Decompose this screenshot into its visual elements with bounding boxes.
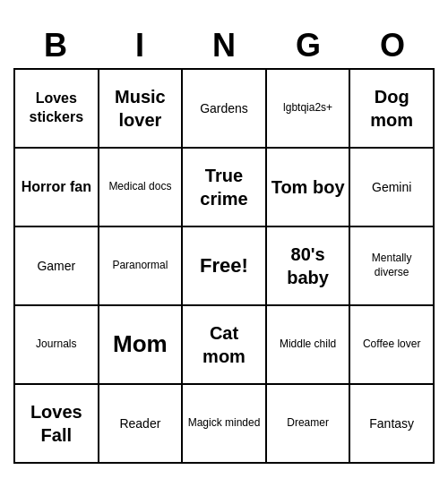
- bingo-cell-8: Tom boy: [267, 149, 351, 227]
- bingo-cell-22: Magick minded: [183, 385, 267, 464]
- bingo-cell-18: Middle child: [267, 306, 351, 385]
- bingo-cell-12: Free!: [183, 227, 267, 306]
- bingo-cell-0: Loves stickers: [15, 70, 99, 149]
- bingo-cell-19: Coffee lover: [350, 306, 435, 385]
- bingo-cell-6: Medical docs: [99, 149, 184, 227]
- bingo-cell-16: Mom: [99, 306, 184, 385]
- bingo-card: B I N G O Loves stickersMusic loverGarde…: [13, 23, 435, 464]
- bingo-cell-11: Paranormal: [99, 227, 184, 306]
- title-o: O: [350, 27, 435, 64]
- bingo-cell-20: Loves Fall: [15, 385, 99, 464]
- bingo-cell-17: Cat mom: [183, 306, 267, 385]
- bingo-cell-7: True crime: [183, 149, 267, 227]
- title-n: N: [182, 27, 266, 64]
- bingo-cell-21: Reader: [99, 385, 184, 464]
- bingo-cell-9: Gemini: [350, 149, 435, 227]
- bingo-cell-3: lgbtqia2s+: [267, 70, 351, 149]
- bingo-grid: Loves stickersMusic loverGardenslgbtqia2…: [13, 68, 435, 464]
- bingo-cell-15: Journals: [15, 306, 99, 385]
- bingo-cell-2: Gardens: [183, 70, 267, 149]
- bingo-cell-10: Gamer: [15, 227, 99, 306]
- bingo-cell-13: 80's baby: [267, 227, 351, 306]
- title-g: G: [266, 27, 350, 64]
- bingo-cell-4: Dog mom: [350, 70, 435, 149]
- bingo-cell-24: Fantasy: [350, 385, 435, 464]
- bingo-cell-23: Dreamer: [267, 385, 351, 464]
- bingo-title: B I N G O: [13, 23, 435, 68]
- bingo-cell-5: Horror fan: [15, 149, 99, 227]
- title-i: I: [98, 27, 182, 64]
- title-b: B: [13, 27, 98, 64]
- bingo-cell-1: Music lover: [99, 70, 184, 149]
- bingo-cell-14: Mentally diverse: [350, 227, 435, 306]
